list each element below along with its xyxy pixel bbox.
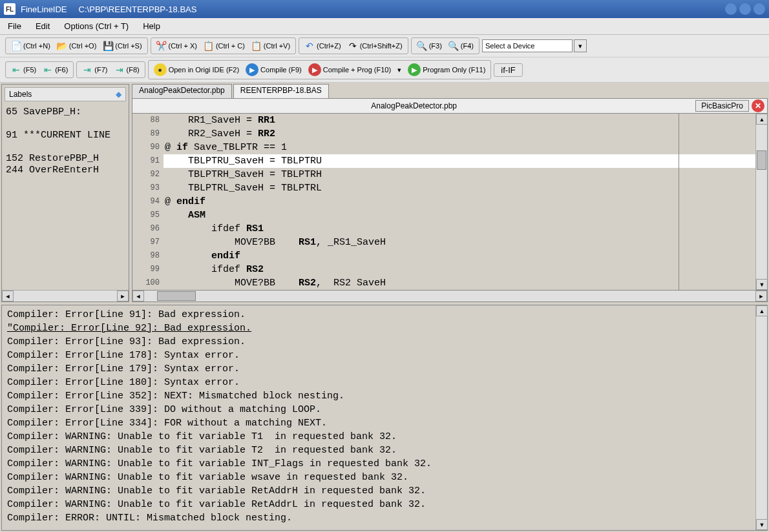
- scroll-up-icon[interactable]: ▲: [756, 305, 768, 316]
- cut-icon: ✂️: [156, 41, 167, 51]
- code-line[interactable]: TBLPTRL_SaveH = TBLPTRL: [163, 181, 755, 195]
- undo-button[interactable]: ↶(Ctrl+Z): [302, 39, 344, 52]
- scroll-down-icon[interactable]: ▼: [756, 279, 768, 290]
- output-vscroll[interactable]: ▲ ▼: [755, 305, 767, 530]
- output-line[interactable]: Compiler: Error[Line 334]: FOR without a…: [7, 416, 750, 430]
- labels-item[interactable]: [6, 141, 125, 152]
- new-file-icon: 📄: [11, 41, 21, 51]
- code-line[interactable]: ASM: [163, 209, 755, 222]
- device-dropdown-arrow[interactable]: ▾: [574, 39, 587, 52]
- code-area[interactable]: RR1_SaveH = RR1 RR2_SaveH = RR2@ if Save…: [163, 114, 755, 290]
- menubar: File Edit Options (Ctrl + T) Help: [0, 18, 769, 35]
- chevron-down-icon: ▾: [397, 66, 401, 74]
- compile-prog-dropdown[interactable]: ▾: [395, 65, 404, 76]
- output-line[interactable]: Compiler: Error[Line 178]: Syntax error.: [7, 349, 750, 362]
- device-select[interactable]: Select a Device: [482, 39, 573, 52]
- code-line[interactable]: ifdef RS1: [163, 222, 755, 236]
- menu-edit[interactable]: Edit: [33, 19, 52, 33]
- find-group: 🔍(F3) 🔍(F4): [411, 37, 479, 54]
- program-icon: ▶: [408, 63, 421, 76]
- paste-button[interactable]: 📋(Ctrl +V): [249, 39, 293, 52]
- tab-analog[interactable]: AnalogPeakDetector.pbp: [132, 84, 232, 98]
- menu-help[interactable]: Help: [140, 19, 163, 33]
- output-line[interactable]: Compiler: WARNING: Unable to fit variabl…: [7, 430, 750, 444]
- output-line[interactable]: Compiler: WARNING: Unable to fit variabl…: [7, 471, 750, 484]
- redo-button[interactable]: ↷(Ctrl+Shift+Z): [345, 39, 405, 52]
- copy-button[interactable]: 📋(Ctrl + C): [201, 39, 248, 52]
- output-line[interactable]: Compiler: WARNING: Unable to fit variabl…: [7, 457, 750, 471]
- f5-button[interactable]: ⇤(F5): [8, 63, 39, 76]
- if-label: if-IF: [497, 65, 519, 75]
- output-line[interactable]: Compiler: ERROR: UNTIL: Mismatched block…: [7, 511, 750, 525]
- scroll-up-icon[interactable]: ▲: [756, 114, 768, 125]
- code-line[interactable]: MOVE?BB RS1, _RS1_SaveH: [163, 236, 755, 249]
- find-next-button[interactable]: 🔍(F4): [446, 39, 476, 52]
- output-line[interactable]: Compiler: WARNING: Unable to fit variabl…: [7, 444, 750, 457]
- code-line[interactable]: @ if Save_TBLPTR == 1: [163, 141, 755, 154]
- close-tab-button[interactable]: ✕: [752, 99, 764, 112]
- output-body[interactable]: Compiler: Error[Line 91]: Bad expression…: [2, 305, 755, 530]
- output-line[interactable]: Compiler: Error[Line 180]: Syntax error.: [7, 376, 750, 389]
- labels-item[interactable]: 65 SavePBP_H:: [6, 107, 125, 118]
- output-line[interactable]: Compiler: Error[Line 91]: Bad expression…: [7, 308, 750, 322]
- window-controls: [725, 3, 765, 15]
- toolbar-row-1: 📄(Ctrl +N) 📂(Ctrl +O) 💾(Ctrl +S) ✂️(Ctrl…: [0, 35, 769, 57]
- hscroll-track[interactable]: [144, 291, 755, 302]
- editor-hscroll[interactable]: ◄ ►: [132, 291, 768, 302]
- step-group-1: ⇤(F5) ⇤(F6): [5, 61, 74, 78]
- tab-reenter[interactable]: REENTERPBP-18.BAS: [233, 84, 329, 98]
- editor-header: AnalogPeakDetector.pbp PicBasicPro ✕: [132, 98, 768, 114]
- code-line[interactable]: RR2_SaveH = RR2: [163, 127, 755, 141]
- editor-vscroll[interactable]: ▲ ▼: [755, 114, 767, 290]
- cut-button[interactable]: ✂️(Ctrl + X): [154, 39, 200, 52]
- close-button[interactable]: [753, 3, 765, 15]
- output-line[interactable]: "Compiler: Error[Line 92]: Bad expressio…: [7, 322, 750, 335]
- scroll-down-icon[interactable]: ▼: [756, 519, 768, 530]
- code-line[interactable]: TBLPTRH_SaveH = TBLPTRH: [163, 168, 755, 181]
- menu-options[interactable]: Options (Ctrl + T): [61, 19, 131, 33]
- vscroll-thumb[interactable]: [757, 150, 766, 170]
- labels-item[interactable]: [6, 118, 125, 129]
- scroll-right-icon[interactable]: ►: [755, 291, 767, 302]
- code-line[interactable]: MOVE?BB RS2, RS2 SaveH: [163, 276, 755, 290]
- f8-button[interactable]: ⇥(F8): [112, 63, 142, 76]
- code-line[interactable]: ifdef RS2: [163, 263, 755, 276]
- code-line[interactable]: endif: [163, 249, 755, 263]
- minimize-button[interactable]: [725, 3, 737, 15]
- compile-button[interactable]: ▶Compile (F9): [243, 62, 304, 77]
- save-button[interactable]: 💾(Ctrl +S): [100, 39, 144, 52]
- compile-prog-button[interactable]: ▶Compile + Prog (F10): [306, 62, 394, 77]
- scroll-left-icon[interactable]: ◄: [132, 291, 144, 302]
- output-line[interactable]: Compiler: WARNING: Unable to fit variabl…: [7, 484, 750, 498]
- step-group-2: ⇥(F7) ⇥(F8): [76, 61, 145, 78]
- labels-hscroll[interactable]: ◄ ►: [2, 290, 129, 302]
- code-line[interactable]: TBLPTRU_SaveH = TBLPTRU: [163, 154, 755, 168]
- find-button[interactable]: 🔍(F3): [414, 39, 445, 52]
- labels-list[interactable]: 65 SavePBP_H: 91 ***CURRENT LINE 152 Res…: [2, 104, 129, 290]
- editor-body[interactable]: 888990919293949596979899100 RR1_SaveH = …: [132, 114, 768, 291]
- copy-icon: 📋: [204, 41, 214, 51]
- labels-item[interactable]: 244 OverReEnterH: [6, 165, 125, 176]
- open-ide-button[interactable]: ●Open in Origi IDE (F2): [151, 62, 242, 77]
- output-line[interactable]: Compiler: Error[Line 179]: Syntax error.: [7, 362, 750, 376]
- code-line[interactable]: RR1_SaveH = RR1: [163, 114, 755, 127]
- open-folder-icon: 📂: [57, 41, 67, 51]
- f7-button[interactable]: ⇥(F7): [79, 63, 110, 76]
- f6-button[interactable]: ⇤(F6): [40, 63, 70, 76]
- open-button[interactable]: 📂(Ctrl +O): [54, 39, 99, 52]
- labels-item[interactable]: 91 ***CURRENT LINE: [6, 130, 125, 141]
- output-line[interactable]: Compiler: WARNING: Unable to fit variabl…: [7, 498, 750, 511]
- scroll-right-icon[interactable]: ►: [117, 291, 129, 302]
- output-line[interactable]: Compiler: Error[Line 339]: DO without a …: [7, 403, 750, 416]
- output-line[interactable]: Compiler: Error[Line 352]: NEXT: Mismatc…: [7, 389, 750, 403]
- new-button[interactable]: 📄(Ctrl +N): [8, 39, 53, 52]
- labels-header[interactable]: Labels ◆: [5, 87, 126, 101]
- output-line[interactable]: Compiler: Error[Line 93]: Bad expression…: [7, 335, 750, 349]
- hscroll-thumb[interactable]: [157, 291, 196, 301]
- maximize-button[interactable]: [739, 3, 751, 15]
- program-only-button[interactable]: ▶Program Only (F11): [405, 62, 488, 77]
- code-line[interactable]: @ endif: [163, 195, 755, 209]
- labels-item[interactable]: 152 RestorePBP_H: [6, 153, 125, 164]
- scroll-left-icon[interactable]: ◄: [2, 291, 14, 302]
- menu-file[interactable]: File: [5, 19, 24, 33]
